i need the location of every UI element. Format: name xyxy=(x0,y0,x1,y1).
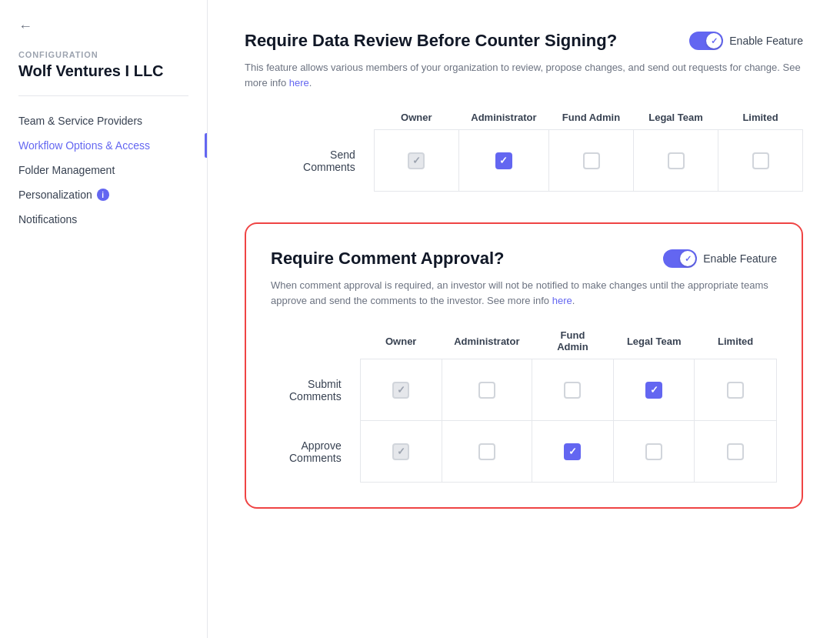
sidebar-item-label: Notifications xyxy=(18,213,77,225)
config-label: Configuration xyxy=(0,50,207,59)
row-label-send-comments: SendComments xyxy=(245,130,374,192)
cell3-fund-admin[interactable] xyxy=(532,421,613,483)
checkbox2-administrator[interactable] xyxy=(478,382,495,399)
checkbox2-fund-admin[interactable] xyxy=(564,382,581,399)
section-data-review: Require Data Review Before Counter Signi… xyxy=(245,31,803,192)
section2-toggle[interactable]: ✓ xyxy=(663,249,697,268)
section2-title: Require Comment Approval? xyxy=(271,249,505,269)
table-row-submit: SubmitComments xyxy=(271,359,777,421)
section1-header: Require Data Review Before Counter Signi… xyxy=(245,31,803,51)
sidebar-item-label: Folder Management xyxy=(18,164,115,176)
checkbox-legal-team[interactable] xyxy=(668,152,685,169)
enable-label: Enable Feature xyxy=(729,35,803,47)
back-button[interactable]: ← xyxy=(0,18,207,50)
check-icon: ✓ xyxy=(711,36,718,46)
cell3-limited[interactable] xyxy=(695,421,777,483)
cell3-owner[interactable] xyxy=(360,421,442,483)
enable-label-2: Enable Feature xyxy=(703,252,777,265)
section2-enable-feature: ✓ Enable Feature xyxy=(663,249,777,268)
section2-desc: When comment approval is required, an in… xyxy=(271,278,777,308)
cell-limited[interactable] xyxy=(718,130,803,192)
row-label-submit-comments: SubmitComments xyxy=(271,359,360,421)
checkbox2-owner[interactable] xyxy=(392,382,409,399)
col-legal-team: Legal Team xyxy=(634,105,718,130)
cell-administrator[interactable] xyxy=(458,130,548,192)
section2-link[interactable]: here xyxy=(552,295,572,306)
checkbox3-administrator[interactable] xyxy=(478,443,495,460)
cell3-administrator[interactable] xyxy=(442,421,532,483)
cell2-fund-admin[interactable] xyxy=(532,359,613,421)
checkbox-fund-admin[interactable] xyxy=(583,152,600,169)
col2-administrator: Administrator xyxy=(442,323,532,359)
checkbox2-limited[interactable] xyxy=(727,382,744,399)
col-fund-admin: Fund Admin xyxy=(549,105,634,130)
section-comment-approval: Require Comment Approval? ✓ Enable Featu… xyxy=(245,222,803,509)
col2-owner: Owner xyxy=(360,323,442,359)
checkbox3-fund-admin[interactable] xyxy=(564,443,581,460)
sidebar-item-team[interactable]: Team & Service Providers xyxy=(0,109,207,133)
checkbox-administrator[interactable] xyxy=(495,152,512,169)
main-content: Require Data Review Before Counter Signi… xyxy=(208,0,840,638)
section2-table: Owner Administrator Fund Admin Legal Tea… xyxy=(271,323,777,483)
col2-legal-team: Legal Team xyxy=(613,323,694,359)
check-icon-2: ✓ xyxy=(685,254,692,264)
col-limited: Limited xyxy=(718,105,803,130)
col2-limited: Limited xyxy=(695,323,777,359)
sidebar-item-label: Workflow Options & Access xyxy=(18,139,150,152)
cell3-legal-team[interactable] xyxy=(613,421,694,483)
cell2-owner[interactable] xyxy=(360,359,442,421)
checkbox-limited[interactable] xyxy=(752,152,769,169)
col2-fund-admin: Fund Admin xyxy=(532,323,613,359)
company-name: Wolf Ventures I LLC xyxy=(0,62,207,95)
sidebar: ← Configuration Wolf Ventures I LLC Team… xyxy=(0,0,208,638)
toggle-knob-2: ✓ xyxy=(680,251,695,266)
col-administrator: Administrator xyxy=(458,105,548,130)
cell2-legal-team[interactable] xyxy=(613,359,694,421)
col-owner: Owner xyxy=(374,105,458,130)
cell2-administrator[interactable] xyxy=(442,359,532,421)
cell-owner[interactable] xyxy=(374,130,458,192)
section1-link[interactable]: here xyxy=(289,77,309,89)
section1-enable-feature: ✓ Enable Feature xyxy=(689,32,803,50)
cell-legal-team[interactable] xyxy=(634,130,718,192)
checkbox-owner[interactable] xyxy=(408,152,425,169)
section1-toggle[interactable]: ✓ xyxy=(689,32,723,50)
sidebar-item-notifications[interactable]: Notifications xyxy=(0,207,207,232)
table-row-approve: ApproveComments xyxy=(271,421,777,483)
checkbox3-legal-team[interactable] xyxy=(645,443,662,460)
sidebar-item-workflow[interactable]: Workflow Options & Access xyxy=(0,133,207,158)
table-row: SendComments xyxy=(245,130,803,192)
checkbox2-legal-team[interactable] xyxy=(645,382,662,399)
cell-fund-admin[interactable] xyxy=(549,130,634,192)
toggle-knob: ✓ xyxy=(706,33,722,48)
checkbox3-limited[interactable] xyxy=(727,443,744,460)
section1-title: Require Data Review Before Counter Signi… xyxy=(245,31,617,51)
sidebar-divider xyxy=(18,95,188,96)
row-label-approve-comments: ApproveComments xyxy=(271,421,360,483)
section2-header: Require Comment Approval? ✓ Enable Featu… xyxy=(271,249,777,269)
section1-table: Owner Administrator Fund Admin Legal Tea… xyxy=(245,105,803,192)
sidebar-item-label: Team & Service Providers xyxy=(18,115,142,127)
section1-desc: This feature allows various members of y… xyxy=(245,60,803,90)
info-badge: i xyxy=(97,189,109,201)
checkbox3-owner[interactable] xyxy=(392,443,409,460)
sidebar-item-folder[interactable]: Folder Management xyxy=(0,158,207,182)
sidebar-item-personalization[interactable]: Personalization i xyxy=(0,182,207,207)
sidebar-item-label: Personalization xyxy=(18,189,92,201)
cell2-limited[interactable] xyxy=(695,359,777,421)
